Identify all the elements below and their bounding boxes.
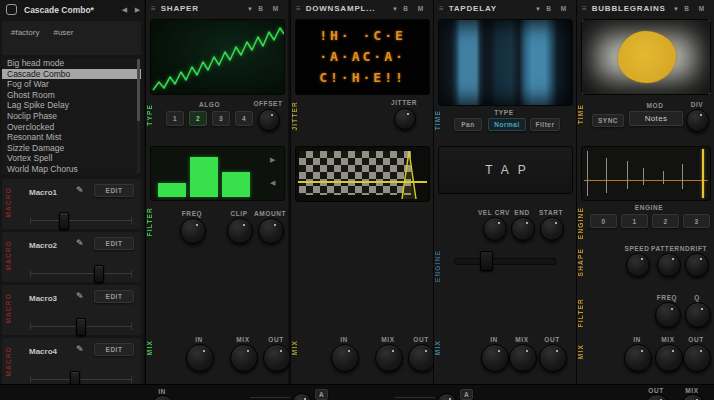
downsampler-wave-display[interactable]	[295, 146, 430, 202]
downsampler-glitch-display[interactable]: !H· ·C·E ·A·AC·A· C!·H·E!!	[295, 19, 430, 95]
in-knob[interactable]	[331, 344, 359, 372]
macro-edit-button[interactable]: EDIT	[94, 184, 134, 197]
macro-name[interactable]: Macro4	[29, 347, 57, 356]
drag-handle-icon[interactable]: ≡	[439, 5, 444, 13]
algo-button-4[interactable]: 4	[235, 111, 253, 126]
in-knob[interactable]	[186, 344, 214, 372]
algo-button-2[interactable]: 2	[189, 111, 207, 126]
drag-handle-icon[interactable]: ≡	[582, 5, 587, 13]
macro-slider[interactable]	[30, 212, 132, 228]
mute-button[interactable]: M	[413, 5, 428, 12]
edit-pencil-icon[interactable]: ✎	[76, 291, 84, 301]
mix-knob[interactable]	[509, 344, 537, 372]
page-next-icon[interactable]: ▶	[270, 156, 275, 164]
preset-scrollbar-thumb[interactable]	[137, 59, 140, 121]
lane-mix-knob[interactable]	[437, 393, 457, 400]
mini-slider-track[interactable]	[395, 397, 435, 398]
preset-item[interactable]: Sizzle Damage	[2, 143, 141, 154]
preset-item[interactable]: Overclocked	[2, 122, 141, 133]
macro-slider[interactable]	[30, 318, 132, 334]
algo-button-1[interactable]: 1	[166, 111, 184, 126]
global-mix-knob[interactable]	[681, 394, 705, 400]
bypass-button[interactable]: B	[541, 5, 556, 12]
macro-slider-handle[interactable]	[76, 318, 86, 336]
assign-a-button[interactable]: A	[460, 389, 473, 400]
feedback-slider-track[interactable]	[454, 258, 556, 265]
bypass-button[interactable]: B	[253, 5, 268, 12]
amount-knob[interactable]	[258, 218, 284, 244]
tag-user[interactable]: #user	[53, 28, 73, 48]
global-in-knob[interactable]	[151, 395, 175, 400]
type-button-normal[interactable]: Normal	[488, 118, 526, 131]
div-knob[interactable]	[686, 109, 709, 132]
out-knob[interactable]	[408, 344, 436, 372]
preset-item[interactable]: Lag Spike Delay	[2, 100, 141, 111]
assign-a-button[interactable]: A	[315, 389, 328, 400]
bubblegrains-blob-display[interactable]	[581, 19, 711, 95]
global-out-knob[interactable]	[645, 394, 669, 400]
freq-knob[interactable]	[655, 302, 681, 328]
lane-mix-knob[interactable]	[292, 393, 312, 400]
out-knob[interactable]	[539, 344, 567, 372]
start-knob[interactable]	[540, 217, 564, 241]
macro-name[interactable]: Macro3	[29, 294, 57, 303]
mix-knob[interactable]	[230, 344, 258, 372]
macro-edit-button[interactable]: EDIT	[94, 290, 134, 303]
engine-button-2[interactable]: 2	[652, 214, 679, 228]
end-knob[interactable]	[511, 217, 535, 241]
macro-edit-button[interactable]: EDIT	[94, 343, 134, 356]
engine-button-0[interactable]: 0	[590, 214, 617, 228]
tapdelay-texture-display[interactable]	[438, 19, 573, 106]
macro-name[interactable]: Macro1	[29, 188, 57, 197]
preset-item[interactable]: Big head mode	[2, 58, 141, 69]
preset-item[interactable]: Resonant Mist	[2, 132, 141, 143]
engine-button-3[interactable]: 3	[683, 214, 710, 228]
mute-button[interactable]: M	[268, 5, 283, 12]
drag-handle-icon[interactable]: ≡	[296, 5, 301, 13]
in-knob[interactable]	[481, 344, 509, 372]
page-prev-icon[interactable]: ◀	[270, 179, 275, 187]
mod-dropdown[interactable]: Notes	[629, 111, 683, 126]
macro-edit-button[interactable]: EDIT	[94, 237, 134, 250]
mute-button[interactable]: M	[556, 5, 571, 12]
bypass-button[interactable]: B	[679, 5, 694, 12]
shaper-scope-display[interactable]	[150, 19, 285, 95]
mute-button[interactable]: M	[694, 5, 709, 12]
tap-pad[interactable]: TAP	[438, 146, 573, 194]
preset-item[interactable]: World Map Chorus	[2, 164, 141, 175]
preset-item[interactable]: Fog of War	[2, 79, 141, 90]
speed-knob[interactable]	[626, 253, 650, 277]
edit-pencil-icon[interactable]: ✎	[76, 344, 84, 354]
preset-item[interactable]: Noclip Phase	[2, 111, 141, 122]
home-icon[interactable]	[6, 4, 17, 15]
out-knob[interactable]	[683, 344, 711, 372]
macro-name[interactable]: Macro2	[29, 241, 57, 250]
preset-item[interactable]: Vortex Spell	[2, 153, 141, 164]
drag-handle-icon[interactable]: ≡	[151, 5, 156, 13]
macro-slider[interactable]	[30, 265, 132, 281]
grain-display[interactable]	[581, 146, 711, 201]
algo-button-3[interactable]: 3	[212, 111, 230, 126]
drift-knob[interactable]	[685, 253, 709, 277]
edit-pencil-icon[interactable]: ✎	[76, 238, 84, 248]
type-button-filter[interactable]: Filter	[530, 118, 560, 131]
freq-knob[interactable]	[180, 218, 206, 244]
preset-item[interactable]: Ghost Room	[2, 90, 141, 101]
next-preset-icon[interactable]: ▶	[131, 6, 144, 14]
preset-item-selected[interactable]: Cascade Combo	[2, 69, 141, 80]
edit-pencil-icon[interactable]: ✎	[76, 185, 84, 195]
vel-crv-knob[interactable]	[483, 217, 507, 241]
mix-knob[interactable]	[655, 344, 683, 372]
tag-factory[interactable]: #factory	[11, 28, 39, 48]
engine-button-1[interactable]: 1	[621, 214, 648, 228]
q-knob[interactable]	[685, 302, 711, 328]
prev-preset-icon[interactable]: ◀	[118, 6, 131, 14]
macro-slider-handle[interactable]	[94, 265, 104, 283]
jitter-knob[interactable]	[394, 108, 416, 130]
out-knob[interactable]	[263, 344, 291, 372]
feedback-slider-handle[interactable]	[480, 251, 493, 271]
clip-knob[interactable]	[227, 218, 253, 244]
sync-button[interactable]: SYNC	[592, 114, 624, 127]
mini-slider-track[interactable]	[250, 397, 290, 398]
shaper-bars-display[interactable]: ▶ ◀	[150, 146, 285, 201]
